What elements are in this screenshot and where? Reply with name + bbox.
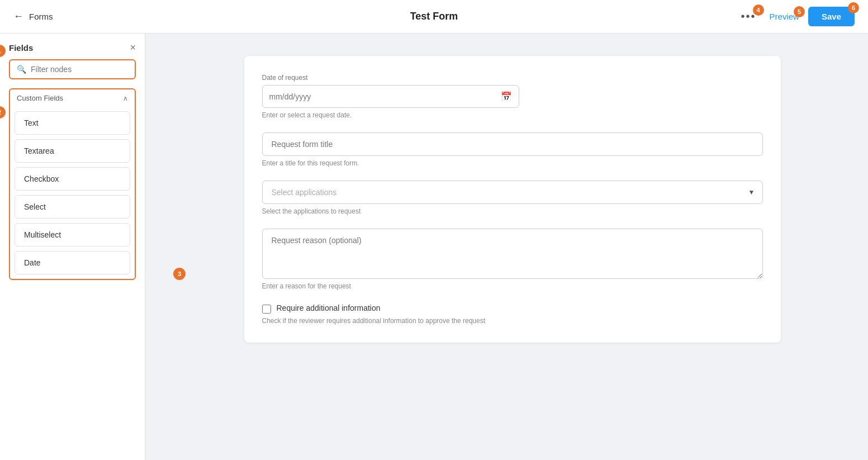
applications-select[interactable]: Select applications (262, 181, 763, 204)
content-area: 3 Date of request 📅 Enter or select a re… (145, 34, 868, 460)
header-right: ••• 4 Preview 5 Save 6 (737, 7, 855, 26)
textarea-field-group: Enter a reason for the request (262, 229, 763, 290)
select-wrapper: Select applications ▼ (262, 181, 763, 204)
field-item-select[interactable]: Select (15, 195, 130, 219)
forms-nav-label: Forms (29, 12, 53, 21)
calendar-icon: 📅 (501, 91, 512, 102)
date-input-wrapper: 📅 (262, 85, 519, 108)
badge-4: 4 (753, 4, 764, 16)
checkbox-group: Require additional information (262, 303, 763, 314)
main-layout: 1 Fields × 🔍 2 Custom Fields ∧ Text Text… (0, 34, 868, 460)
select-field-group: Select applications ▼ Select the applica… (262, 181, 763, 215)
custom-fields-section: Custom Fields ∧ Text Textarea Checkbox S… (9, 88, 136, 280)
field-item-multiselect[interactable]: Multiselect (15, 223, 130, 246)
date-field-label: Date of request (262, 74, 763, 82)
field-item-textarea[interactable]: Textarea (15, 139, 130, 163)
date-field-group: Date of request 📅 Enter or select a requ… (262, 74, 763, 119)
save-badge-wrap: Save 6 (808, 7, 855, 26)
header: ← Forms Test Form ••• 4 Preview 5 Save 6 (0, 0, 868, 34)
step-badge-1: 1 (0, 45, 6, 57)
header-left: ← Forms (13, 11, 53, 22)
field-item-date[interactable]: Date (15, 251, 130, 274)
additional-info-checkbox[interactable] (262, 305, 271, 314)
title-field-hint: Enter a title for this request form. (262, 159, 763, 167)
checkbox-hint: Check if the reviewer requires additiona… (262, 317, 763, 325)
form-container: Date of request 📅 Enter or select a requ… (244, 56, 781, 343)
sidebar: 1 Fields × 🔍 2 Custom Fields ∧ Text Text… (0, 34, 145, 460)
step-badge-3: 3 (173, 268, 186, 280)
chevron-up-icon: ∧ (123, 94, 128, 102)
custom-fields-label: Custom Fields (17, 94, 63, 102)
sidebar-header: Fields × (9, 42, 136, 53)
checkbox-field-group: Require additional information Check if … (262, 303, 763, 325)
back-button[interactable]: ← (13, 11, 23, 22)
title-field-group: Enter a title for this request form. (262, 132, 763, 167)
search-input[interactable] (31, 65, 128, 74)
field-item-text[interactable]: Text (15, 111, 130, 135)
custom-fields-header[interactable]: Custom Fields ∧ (10, 89, 135, 107)
title-input[interactable] (262, 132, 763, 156)
save-button[interactable]: Save (808, 7, 855, 26)
page-title: Test Form (410, 11, 458, 22)
badge-5: 5 (794, 6, 805, 17)
search-box: 🔍 (9, 59, 136, 79)
date-input[interactable] (269, 92, 501, 101)
field-items-list: Text Textarea Checkbox Select Multiselec… (10, 107, 135, 279)
textarea-field-hint: Enter a reason for the request (262, 282, 763, 290)
sidebar-title: Fields (9, 43, 33, 53)
date-field-hint: Enter or select a request date. (262, 111, 763, 119)
close-sidebar-button[interactable]: × (130, 42, 136, 53)
badge-6: 6 (848, 2, 859, 13)
checkbox-label: Require additional information (277, 303, 381, 312)
step-badge-2: 2 (0, 106, 6, 118)
search-icon: 🔍 (17, 65, 26, 74)
select-field-hint: Select the applications to request (262, 207, 763, 215)
reason-textarea[interactable] (262, 229, 763, 279)
field-item-checkbox[interactable]: Checkbox (15, 167, 130, 191)
dots-badge-wrap: ••• 4 (737, 8, 761, 25)
preview-badge-wrap: Preview 5 (770, 12, 799, 21)
